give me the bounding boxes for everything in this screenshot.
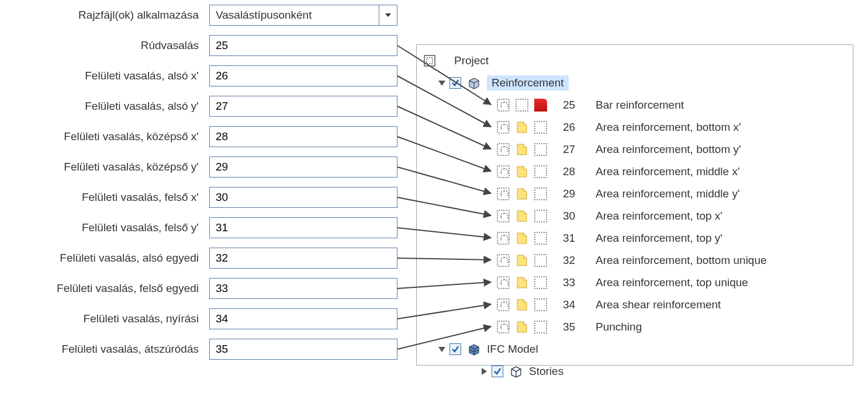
label-apply-drawing: Rajzfájl(ok) alkalmazása <box>0 9 209 22</box>
field-label: Felületi vasalás, átszúródás <box>0 343 209 356</box>
tree-node-project[interactable]: Project <box>420 50 849 72</box>
empty-slot-icon <box>532 319 549 335</box>
layer-name: Area reinforcement, top x' <box>596 210 722 222</box>
layer-name: Punching <box>596 321 642 333</box>
file-icon <box>532 98 549 113</box>
layer-number: 34 <box>563 298 592 311</box>
tree-node-ifc-model[interactable]: IFC Model <box>420 338 849 360</box>
select-value: Vasalástípusonként <box>216 9 312 22</box>
file-icon <box>514 319 530 335</box>
layer-name: Area reinforcement, middle x' <box>596 165 740 178</box>
tree-label: Reinforcement <box>487 75 569 91</box>
field-input-35[interactable] <box>209 339 397 360</box>
layer-name: Area reinforcement, top y' <box>596 232 722 245</box>
layer-name: Bar reinforcement <box>596 99 684 112</box>
cube-icon <box>467 76 481 90</box>
field-input-28[interactable] <box>209 126 397 147</box>
layer-row-31[interactable]: 31Area reinforcement, top y' <box>420 227 849 249</box>
layer-row-32[interactable]: 32Area reinforcement, bottom unique <box>420 249 849 272</box>
field-label: Felületi vasalás, felső y' <box>0 221 209 234</box>
cube-stack-icon <box>467 342 481 356</box>
layer-number: 33 <box>563 276 592 289</box>
layer-name: Area shear reinforcement <box>596 298 721 311</box>
svg-rect-1 <box>427 58 433 64</box>
layer-row-26[interactable]: 26Area reinforcement, bottom x' <box>420 116 849 138</box>
empty-slot-icon <box>532 297 549 312</box>
layer-name: Area reinforcement, top unique <box>596 276 748 289</box>
file-icon <box>514 275 530 290</box>
field-input-30[interactable] <box>209 187 397 208</box>
layer-number: 32 <box>563 254 592 267</box>
svg-rect-0 <box>424 55 435 66</box>
layer-row-30[interactable]: 30Area reinforcement, top x' <box>420 205 849 227</box>
empty-slot-icon <box>532 231 549 246</box>
layer-row-34[interactable]: 34Area shear reinforcement <box>420 294 849 316</box>
field-input-26[interactable] <box>209 65 397 86</box>
empty-slot-icon <box>532 208 549 224</box>
empty-slot-icon <box>532 164 549 179</box>
layer-number: 27 <box>563 143 592 156</box>
checkbox-stories[interactable] <box>492 366 503 377</box>
checkbox-reinforcement[interactable] <box>449 77 461 89</box>
layer-name: Area reinforcement, bottom x' <box>596 121 741 134</box>
field-input-27[interactable] <box>209 96 397 117</box>
layer-name: Area reinforcement, bottom unique <box>596 254 767 267</box>
lock-slot-icon <box>495 275 511 290</box>
field-label: Felületi vasalás, alsó y' <box>0 100 209 113</box>
lock-slot-icon <box>495 253 511 268</box>
layer-name: Area reinforcement, bottom y' <box>596 143 741 156</box>
field-label: Felületi vasalás, felső egyedi <box>0 282 209 295</box>
file-icon <box>514 253 530 268</box>
empty-slot-icon <box>532 253 549 268</box>
field-label: Rúdvasalás <box>0 39 209 52</box>
checkbox-ifc-model[interactable] <box>449 343 461 355</box>
expand-arrow-icon[interactable] <box>438 345 446 353</box>
lock-slot-icon <box>495 208 511 224</box>
lock-slot-icon <box>495 186 511 201</box>
project-icon <box>423 54 437 68</box>
field-input-29[interactable] <box>209 156 397 178</box>
field-input-31[interactable] <box>209 217 397 238</box>
lock-slot-icon <box>495 142 511 157</box>
layer-number: 35 <box>563 321 592 333</box>
tree-node-reinforcement[interactable]: Reinforcement <box>420 72 849 94</box>
field-input-33[interactable] <box>209 278 397 299</box>
layer-row-33[interactable]: 33Area reinforcement, top unique <box>420 272 849 294</box>
field-input-34[interactable] <box>209 308 397 329</box>
layer-name: Area reinforcement, middle y' <box>596 187 740 200</box>
project-tree-panel: Project Reinforcement 25Bar reinforcemen… <box>416 44 853 366</box>
field-label: Felületi vasalás, középső y' <box>0 161 209 173</box>
layer-number: 30 <box>563 210 592 222</box>
layer-number: 31 <box>563 232 592 245</box>
layer-number: 29 <box>563 187 592 200</box>
expand-arrow-icon[interactable] <box>480 367 488 375</box>
layer-row-28[interactable]: 28Area reinforcement, middle x' <box>420 161 849 183</box>
layer-number: 26 <box>563 121 592 134</box>
field-label: Felületi vasalás, felső x' <box>0 191 209 204</box>
layer-row-27[interactable]: 27Area reinforcement, bottom y' <box>420 138 849 161</box>
file-icon <box>514 120 530 135</box>
empty-slot-icon <box>532 275 549 290</box>
expand-arrow-icon[interactable] <box>438 79 446 87</box>
field-label: Felületi vasalás, nyírási <box>0 312 209 325</box>
field-input-32[interactable] <box>209 248 397 269</box>
select-reinforcement-type[interactable]: Vasalástípusonként <box>209 5 397 26</box>
lock-slot-icon <box>495 164 511 179</box>
file-icon <box>514 164 530 179</box>
layer-number: 28 <box>563 165 592 178</box>
empty-slot-icon <box>514 98 530 113</box>
layer-row-29[interactable]: 29Area reinforcement, middle y' <box>420 183 849 205</box>
file-icon <box>514 186 530 201</box>
tree-label: Project <box>454 54 489 67</box>
field-label: Felületi vasalás, középső x' <box>0 130 209 143</box>
lock-slot-icon <box>495 297 511 312</box>
field-input-25[interactable] <box>209 35 397 56</box>
lock-slot-icon <box>495 319 511 335</box>
layer-row-35[interactable]: 35Punching <box>420 316 849 338</box>
empty-slot-icon <box>532 142 549 157</box>
lock-slot-icon <box>495 231 511 246</box>
file-icon <box>514 231 530 246</box>
layer-row-25[interactable]: 25Bar reinforcement <box>420 94 849 116</box>
cube-outline-icon <box>509 364 523 378</box>
tree-node-stories[interactable]: Stories <box>420 360 849 382</box>
